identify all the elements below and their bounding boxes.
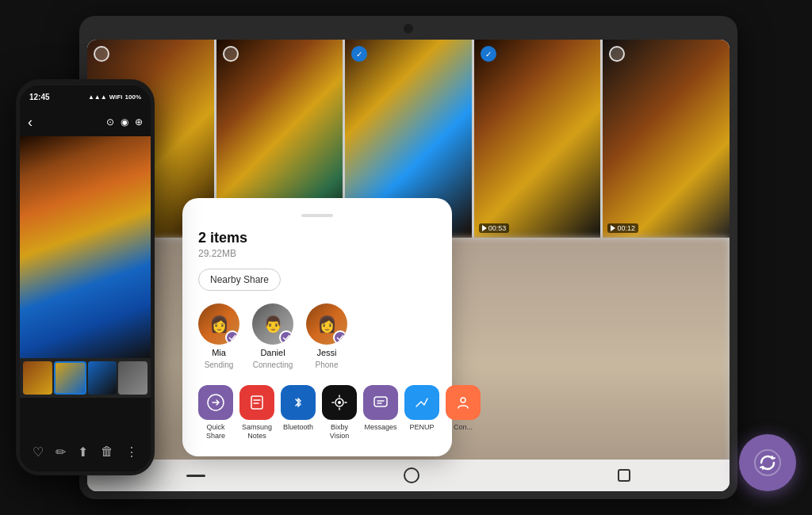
app-messages[interactable]: Messages: [363, 385, 398, 441]
tablet: 00:09 ✓ 00:20 ✓ 00:53: [79, 16, 737, 499]
app-bluetooth[interactable]: Bluetooth: [281, 385, 316, 441]
phone-status-icons: ▲▲▲ WiFi 100%: [88, 93, 141, 101]
contact-status-jessi: Phone: [316, 360, 339, 369]
contact-mia[interactable]: 👩 Mia Sending: [198, 303, 239, 369]
grid-photo-5[interactable]: 00:12: [603, 40, 730, 238]
svg-point-5: [461, 398, 465, 402]
app-penup[interactable]: PENUP: [404, 385, 439, 441]
dialog-title: 2 items: [198, 230, 436, 246]
app-label-bluetooth: Bluetooth: [283, 423, 313, 432]
tablet-camera-notch: [404, 24, 413, 33]
phone-filter-icon[interactable]: ⊙: [106, 116, 114, 128]
phone-favorite-button[interactable]: ♡: [33, 444, 44, 460]
phone-time: 12:45: [29, 93, 50, 101]
scene: 00:09 ✓ 00:20 ✓ 00:53: [0, 0, 812, 515]
app-bixby-vision[interactable]: Bixby Vision: [322, 385, 357, 441]
nav-recent-icon[interactable]: [618, 469, 630, 482]
phone-back-button[interactable]: ‹: [28, 115, 33, 129]
phone-screen: 12:45 ▲▲▲ WiFi 100% ‹ ⊙ ◉ ⊕: [20, 86, 151, 471]
svg-point-6: [755, 450, 780, 475]
phone-delete-button[interactable]: 🗑: [101, 444, 113, 459]
photo-check-1[interactable]: [94, 46, 109, 62]
avatar-status-mia: [225, 330, 239, 345]
nav-back-icon[interactable]: [186, 475, 205, 477]
avatar-daniel: 👨: [252, 303, 293, 345]
app-label-penup: PENUP: [409, 423, 434, 432]
app-contacts[interactable]: Con...: [446, 385, 481, 441]
phone-edit-button[interactable]: ✏: [56, 444, 66, 460]
phone-bottom-bar: ♡ ✏ ⬆ 🗑 ⋮: [20, 432, 151, 471]
contacts-row: 👩 Mia Sending 👨: [198, 303, 436, 369]
photo-duration-5: 00:12: [607, 223, 638, 233]
dialog-handle: [301, 214, 333, 217]
contacts-icon: [446, 385, 481, 420]
phone: 12:45 ▲▲▲ WiFi 100% ‹ ⊙ ◉ ⊕: [16, 79, 155, 475]
contact-daniel[interactable]: 👨 Daniel Connecting: [252, 303, 293, 369]
app-label-samsung-notes: Samsung Notes: [239, 423, 274, 441]
signal-icon: ▲▲▲: [88, 93, 107, 101]
contact-status-mia: Sending: [205, 360, 234, 369]
thumb-1[interactable]: [23, 361, 52, 395]
photo-check-3[interactable]: ✓: [351, 46, 367, 62]
photo-check-5[interactable]: [609, 46, 625, 62]
photo-duration-4: 00:53: [479, 223, 510, 233]
svg-rect-4: [374, 397, 387, 406]
phone-photo-inner: [20, 136, 151, 358]
contact-name-daniel: Daniel: [260, 348, 285, 357]
thumb-4[interactable]: [118, 361, 147, 395]
svg-point-3: [338, 401, 341, 404]
avatar-mia: 👩: [198, 303, 239, 345]
apps-row: Quick Share Samsung Notes: [198, 385, 436, 441]
phone-thumbnail-strip: [20, 358, 151, 398]
contact-jessi[interactable]: 👩 Jessi Phone: [306, 303, 347, 369]
tablet-screen: 00:09 ✓ 00:20 ✓ 00:53: [87, 40, 730, 491]
app-label-bixby: Bixby Vision: [322, 423, 357, 441]
photo-check-4[interactable]: ✓: [481, 46, 496, 62]
samsung-notes-icon: [239, 385, 274, 420]
phone-view-icon[interactable]: ◉: [121, 116, 128, 128]
app-label-contacts: Con...: [454, 423, 473, 432]
phone-share-button[interactable]: ⬆: [78, 444, 88, 460]
phone-more-icon[interactable]: ⊕: [135, 116, 143, 128]
grid-photo-4[interactable]: ✓ 00:53: [474, 40, 601, 238]
bixby-vision-icon: [322, 385, 357, 420]
app-label-quick-share: Quick Share: [198, 423, 233, 441]
phone-more-button[interactable]: ⋮: [125, 444, 138, 460]
share-dialog: 2 items 29.22MB Nearby Share 👩 Mia Sendi: [182, 198, 452, 456]
bluetooth-icon: [281, 385, 316, 420]
thumb-3[interactable]: [88, 361, 117, 395]
thumb-2[interactable]: [54, 361, 86, 395]
contact-name-jessi: Jessi: [316, 348, 336, 357]
photo-check-2[interactable]: [223, 46, 239, 62]
penup-icon: [404, 385, 439, 420]
avatar-status-daniel: [279, 330, 293, 345]
phone-header-icons: ⊙ ◉ ⊕: [106, 116, 143, 128]
phone-main-photo: [20, 136, 151, 358]
tablet-nav-bar: [87, 460, 730, 491]
phone-nav-header: ‹ ⊙ ◉ ⊕: [20, 108, 151, 136]
quick-share-icon: [198, 385, 233, 420]
avatar-jessi: 👩: [306, 303, 347, 345]
play-icon-5: [611, 225, 615, 231]
wifi-icon: WiFi: [109, 93, 123, 101]
avatar-status-jessi: [333, 330, 347, 345]
dialog-subtitle: 29.22MB: [198, 248, 436, 259]
app-samsung-notes[interactable]: Samsung Notes: [239, 385, 274, 441]
app-quick-share[interactable]: Quick Share: [198, 385, 233, 441]
phone-status-bar: 12:45 ▲▲▲ WiFi 100%: [20, 86, 151, 108]
battery-icon: 100%: [125, 93, 141, 101]
refresh-sync-button[interactable]: [739, 434, 796, 491]
nav-home-icon[interactable]: [404, 467, 419, 483]
contact-name-mia: Mia: [212, 348, 226, 357]
play-icon-4: [482, 225, 487, 231]
contact-status-daniel: Connecting: [253, 360, 293, 369]
nearby-share-button[interactable]: Nearby Share: [198, 269, 281, 291]
messages-icon: [363, 385, 398, 420]
svg-rect-1: [251, 396, 262, 409]
app-label-messages: Messages: [364, 423, 396, 432]
